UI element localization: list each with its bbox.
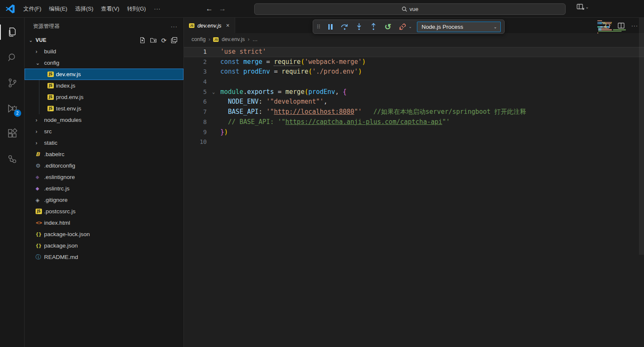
code-line-1[interactable]: 1'use strict' — [184, 47, 644, 57]
eslint-file-icon: ◆ — [36, 186, 44, 191]
minimap-line — [597, 20, 636, 21]
editor-scrollbar[interactable] — [639, 18, 644, 255]
fold-gutter — [207, 137, 220, 147]
tree-item-label: index.js — [56, 83, 75, 89]
title-bar: 文件(F)编辑(E)选择(S)查看(V)转到(G) ··· ← → vue ⌄ — [0, 0, 644, 18]
menu-item-3[interactable]: 查看(V) — [97, 3, 123, 14]
sidebar-more-icon[interactable]: ··· — [171, 23, 178, 30]
new-folder-icon[interactable] — [150, 37, 157, 44]
breadcrumb-symbol[interactable]: … — [253, 36, 258, 42]
tree-item--gitignore[interactable]: ◈.gitignore — [25, 194, 183, 206]
line-number: 3 — [184, 67, 207, 77]
tree-item--eslintignore[interactable]: ◆.eslintignore — [25, 171, 183, 183]
line-number: 1 — [184, 47, 207, 57]
new-file-icon[interactable] — [139, 37, 146, 44]
chevron-down-icon: ⌄ — [494, 25, 497, 29]
vscode-window: 文件(F)编辑(E)选择(S)查看(V)转到(G) ··· ← → vue ⌄ — [0, 0, 644, 347]
disconnect-plug-icon — [399, 23, 406, 30]
tree-item-prod-env-js[interactable]: JSprod.env.js — [25, 91, 183, 103]
tree-item-index-html[interactable]: <>index.html — [25, 217, 183, 229]
js-file-icon: JS — [36, 209, 44, 214]
tree-item--editorconfig[interactable]: ⚙.editorconfig — [25, 160, 183, 171]
tree-item-label: index.html — [44, 220, 70, 226]
tree-item--babelrc[interactable]: B.babelrc — [25, 149, 183, 160]
code-text: const prodEnv = require('./prod.env') — [220, 67, 644, 77]
code-text: }) — [220, 127, 644, 138]
sidebar-header: 资源管理器 ··· — [25, 18, 183, 35]
tree-item-dev-env-js[interactable]: JSdev.env.js — [25, 69, 183, 80]
tree-item-index-js[interactable]: JSindex.js — [25, 80, 183, 91]
activity-source-control-icon[interactable] — [0, 72, 25, 94]
breadcrumb-file[interactable]: dev.env.js — [222, 36, 244, 42]
menu-overflow-icon[interactable]: ··· — [150, 6, 165, 12]
pause-button[interactable] — [326, 22, 335, 31]
tree-item--eslintrc-js[interactable]: ◆.eslintrc.js — [25, 183, 183, 194]
debug-session-value: Node.js Process — [422, 24, 463, 30]
tree-item-label: .postcssrc.js — [44, 208, 75, 215]
menu-item-1[interactable]: 编辑(E) — [45, 3, 71, 14]
code-line-10[interactable]: 10 — [184, 137, 644, 147]
layout-control[interactable]: ⌄ — [577, 3, 589, 10]
code-line-2[interactable]: 2const merge = require('webpack-merge') — [184, 57, 644, 67]
drag-handle-icon[interactable]: ⠿ — [316, 24, 321, 30]
js-file-icon: JS — [189, 23, 194, 28]
tree-item-package-lock-json[interactable]: {}package-lock.json — [25, 229, 183, 240]
tab-label: dev.env.js — [197, 22, 222, 29]
close-icon[interactable]: × — [226, 22, 230, 29]
minimap[interactable] — [597, 20, 636, 36]
babel-file-icon: B — [36, 151, 44, 157]
step-over-button[interactable] — [340, 22, 350, 31]
code-line-4[interactable]: 4 — [184, 77, 644, 87]
step-into-button[interactable] — [355, 22, 364, 31]
code-line-6[interactable]: 6 NODE_ENV: '"development"', — [184, 97, 644, 107]
tree-item-label: prod.env.js — [56, 94, 83, 100]
command-center-search[interactable]: vue — [254, 3, 566, 15]
tree-item-node-modules[interactable]: ›node_modules — [25, 114, 183, 126]
restart-button[interactable]: ↺ — [383, 22, 393, 31]
activity-explorer-icon[interactable] — [0, 21, 25, 43]
explorer-section-header[interactable]: ⌄ VUE ⟳ — [25, 35, 183, 46]
code-area[interactable]: 1'use strict'2const merge = require('web… — [184, 46, 644, 347]
indent-guide — [39, 103, 39, 114]
activity-extensions-icon[interactable] — [0, 123, 25, 145]
tree-item--postcssrc-js[interactable]: JS.postcssrc.js — [25, 206, 183, 217]
tree-item-README-md[interactable]: ⓘREADME.md — [25, 251, 183, 263]
tree-item-config[interactable]: ⌄config — [25, 57, 183, 69]
collapse-all-icon[interactable] — [171, 37, 178, 44]
code-line-7[interactable]: 7 BASE_API: '"http://localhost:8080"' //… — [184, 107, 644, 117]
minimap-line — [597, 34, 636, 35]
chevron-down-icon[interactable]: ⌄ — [409, 25, 412, 29]
step-out-button[interactable] — [369, 22, 378, 31]
tree-item-build[interactable]: ›build — [25, 46, 183, 57]
tree-item-src[interactable]: ›src — [25, 126, 183, 137]
minimap-line — [597, 25, 636, 26]
activity-search-icon[interactable] — [0, 47, 25, 69]
menu-item-0[interactable]: 文件(F) — [19, 3, 45, 14]
tree-item-test-env-js[interactable]: JStest.env.js — [25, 103, 183, 114]
code-line-5[interactable]: 5⌄module.exports = merge(prodEnv, { — [184, 87, 644, 97]
chevron-down-icon: ⌄ — [586, 5, 589, 9]
code-line-3[interactable]: 3const prodEnv = require('./prod.env') — [184, 67, 644, 77]
gear-file-icon: ⚙ — [36, 162, 44, 169]
breadcrumb-folder[interactable]: config — [192, 36, 205, 42]
menu-item-2[interactable]: 选择(S) — [71, 3, 97, 14]
tab-dev-env-js[interactable]: JS dev.env.js × — [184, 18, 235, 33]
disconnect-button[interactable] — [398, 22, 407, 31]
debug-session-select[interactable]: Node.js Process ⌄ — [417, 22, 501, 32]
html-file-icon: <> — [36, 220, 44, 225]
eslint-dim-file-icon: ◆ — [36, 174, 44, 180]
fold-chevron-icon[interactable]: ⌄ — [207, 87, 220, 97]
tree-item-label: src — [44, 128, 52, 135]
menu-item-4[interactable]: 转到(G) — [123, 3, 150, 14]
code-line-8[interactable]: 8 // BASE_API: '"https://captcha.anji-pl… — [184, 117, 644, 127]
activity-run-debug-icon[interactable]: 2 — [0, 97, 25, 119]
forward-icon[interactable]: → — [219, 5, 226, 13]
tree-item-static[interactable]: ›static — [25, 137, 183, 149]
editor-group: JS dev.env.js × {} ··· config › JS dev.e… — [184, 18, 644, 347]
tree-item-package-json[interactable]: {}package.json — [25, 240, 183, 251]
activity-remote-explorer-icon[interactable] — [0, 148, 25, 170]
tree-item-label: package.json — [44, 242, 78, 249]
refresh-icon[interactable]: ⟳ — [161, 37, 167, 44]
back-icon[interactable]: ← — [205, 5, 213, 13]
code-line-9[interactable]: 9}) — [184, 127, 644, 138]
